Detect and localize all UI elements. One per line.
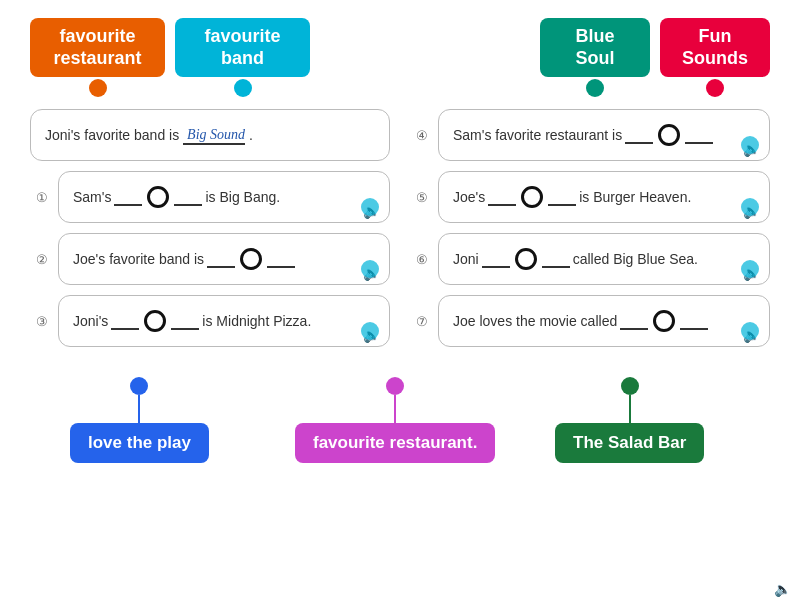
q3-circle <box>144 310 166 332</box>
connector-dot-orange <box>89 79 107 97</box>
q1-text-before: Sam's <box>73 189 111 205</box>
question-2-wrap: ② Joe's favorite band is 🔈 <box>58 233 390 285</box>
top-label-fav-restaurant: favourite restaurant <box>30 18 165 77</box>
connector-dot-cyan <box>234 79 252 97</box>
top-label-blue-soul: Blue Soul <box>540 18 650 77</box>
top-label-fun-sounds: Fun Sounds <box>660 18 770 77</box>
bottom-label-fav-restaurant[interactable]: favourite restaurant. <box>295 423 495 463</box>
question-3-wrap: ③ Joni's is Midnight Pizza. 🔈 <box>58 295 390 347</box>
question-5-box: Joe's is Burger Heaven. 🔈 <box>438 171 770 223</box>
connector-dot-green <box>621 377 639 395</box>
question-4-box: Sam's favorite restaurant is 🔈 <box>438 109 770 161</box>
connector-line-green <box>629 395 631 423</box>
q7-text-before: Joe loves the movie called <box>453 313 617 329</box>
connector-dot-blue <box>130 377 148 395</box>
q5-text-after: is Burger Heaven. <box>579 189 691 205</box>
bottom-label-love-the-play-wrap: love the play <box>70 377 209 463</box>
speaker-icon-q7[interactable]: 🔈 <box>743 327 761 341</box>
q5-text-before: Joe's <box>453 189 485 205</box>
q6-number: ⑥ <box>416 252 428 267</box>
featured-q-text-after: . <box>249 127 253 143</box>
top-label-fav-band: favourite band <box>175 18 310 77</box>
q1-text-after: is Big Bang. <box>205 189 280 205</box>
connector-dot-magenta <box>386 377 404 395</box>
q2-number: ② <box>36 252 48 267</box>
q1-number: ① <box>36 190 48 205</box>
connector-line-magenta <box>394 395 396 423</box>
question-4-wrap: ④ Sam's favorite restaurant is 🔈 <box>438 109 770 161</box>
question-5-wrap: ⑤ Joe's is Burger Heaven. 🔈 <box>438 171 770 223</box>
q1-circle <box>147 186 169 208</box>
speaker-icon-q2[interactable]: 🔈 <box>363 265 381 279</box>
q4-number: ④ <box>416 128 428 143</box>
connector-dot-red <box>706 79 724 97</box>
q5-number: ⑤ <box>416 190 428 205</box>
speaker-icon-q6[interactable]: 🔈 <box>743 265 761 279</box>
bottom-label-salad-bar[interactable]: The Salad Bar <box>555 423 704 463</box>
question-6-wrap: ⑥ Joni called Big Blue Sea. 🔈 <box>438 233 770 285</box>
featured-question-box: Joni's favorite band is Big Sound . 🔈 <box>30 109 390 161</box>
question-3-box: Joni's is Midnight Pizza. 🔈 <box>58 295 390 347</box>
connector-line-blue <box>138 395 140 423</box>
speaker-icon-q5[interactable]: 🔈 <box>743 203 761 217</box>
featured-q-text-before: Joni's favorite band is <box>45 127 179 143</box>
bottom-label-love-the-play[interactable]: love the play <box>70 423 209 463</box>
q2-text-before: Joe's favorite band is <box>73 251 204 267</box>
speaker-icon-q1[interactable]: 🔈 <box>363 203 381 217</box>
featured-q-blank: Big Sound <box>187 127 245 142</box>
q4-circle <box>658 124 680 146</box>
bottom-label-fav-restaurant-wrap: favourite restaurant. <box>295 377 495 463</box>
question-6-box: Joni called Big Blue Sea. 🔈 <box>438 233 770 285</box>
speaker-icon-q3[interactable]: 🔈 <box>363 327 381 341</box>
question-1-wrap: ① Sam's is Big Bang. 🔈 <box>58 171 390 223</box>
q6-circle <box>515 248 537 270</box>
question-2-box: Joe's favorite band is 🔈 <box>58 233 390 285</box>
q4-text-before: Sam's favorite restaurant is <box>453 127 622 143</box>
q7-circle <box>653 310 675 332</box>
connector-dot-teal <box>586 79 604 97</box>
q6-text-before: Joni <box>453 251 479 267</box>
question-1-box: Sam's is Big Bang. 🔈 <box>58 171 390 223</box>
question-7-box: Joe loves the movie called 🔈 <box>438 295 770 347</box>
q3-text-before: Joni's <box>73 313 108 329</box>
q2-circle <box>240 248 262 270</box>
question-7-wrap: ⑦ Joe loves the movie called 🔈 <box>438 295 770 347</box>
q7-number: ⑦ <box>416 314 428 329</box>
bottom-label-salad-bar-wrap: The Salad Bar <box>555 377 704 463</box>
speaker-icon-q4[interactable]: 🔈 <box>743 141 761 155</box>
speaker-icon-featured[interactable]: 🔈 <box>774 581 792 595</box>
q3-number: ③ <box>36 314 48 329</box>
q3-text-after: is Midnight Pizza. <box>202 313 311 329</box>
q6-text-after: called Big Blue Sea. <box>573 251 698 267</box>
q5-circle <box>521 186 543 208</box>
